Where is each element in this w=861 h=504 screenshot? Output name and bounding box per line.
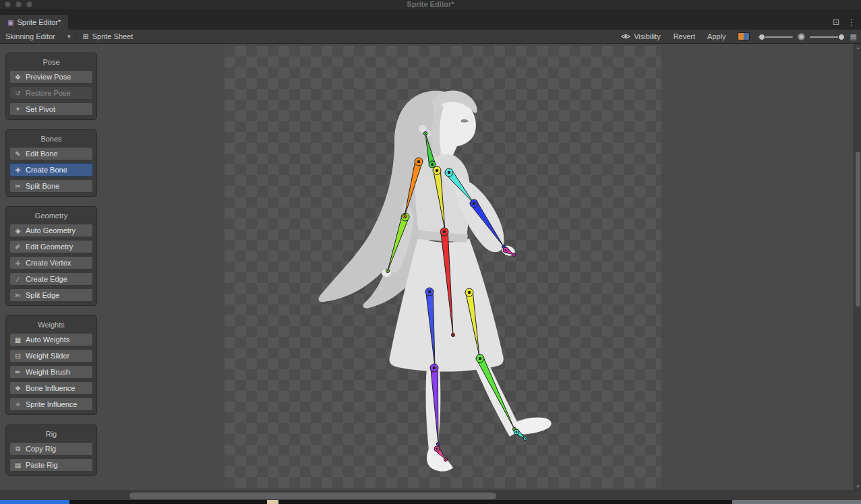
preview-pose-icon: ✥ [13, 73, 22, 81]
button-label: Create Vertex [26, 259, 71, 267]
horizontal-scrollbar-thumb[interactable] [129, 493, 496, 499]
weight-slider-icon: ⊟ [13, 352, 22, 360]
preview-pose-button[interactable]: ✥Preview Pose [9, 70, 93, 84]
panel-title: Bones [8, 132, 94, 147]
panel-pose: Pose✥Preview Pose↺Restore Pose⌖Set Pivot [5, 53, 97, 120]
panel-title: Geometry [8, 209, 94, 224]
desktop-strip-gray [732, 500, 861, 504]
color-channel-icon[interactable] [738, 32, 750, 40]
eye-icon [621, 33, 630, 40]
canvas-viewport[interactable]: Pose✥Preview Pose↺Restore Pose⌖Set Pivot… [0, 44, 861, 491]
panel-title: Pose [8, 55, 94, 70]
sprite-texture-bounds [225, 46, 661, 488]
mode-dropdown-label: Skinning Editor [5, 32, 55, 40]
weight-brush-button[interactable]: ✏Weight Brush [9, 365, 93, 379]
button-label: Split Edge [26, 291, 59, 299]
desktop-strip-tan [267, 500, 278, 504]
horizontal-scrollbar[interactable] [0, 491, 861, 500]
panel-rig: Rig⧉Copy Rig▤Paste Rig [5, 424, 97, 476]
auto-geometry-button[interactable]: ◈Auto Geometry [9, 224, 93, 237]
kebab-menu-icon[interactable]: ⋮ [848, 18, 856, 27]
button-label: Create Edge [26, 275, 67, 283]
auto-weights-button[interactable]: ▦Auto Weights [9, 333, 93, 346]
button-label: Create Bone [26, 166, 67, 174]
window-title: Sprite Editor* [0, 0, 861, 9]
button-label: Copy Rig [26, 445, 56, 453]
tab-bar: ▣ Sprite Editor* ⊡ ⋮ [0, 9, 861, 30]
visibility-label: Visibility [634, 32, 661, 40]
button-label: Auto Geometry [26, 226, 76, 234]
zoom-slider[interactable] [810, 30, 845, 44]
titlebar: Sprite Editor* [0, 0, 861, 9]
panel-weights: Weights▦Auto Weights⊟Weight Slider✏Weigh… [5, 315, 97, 415]
edit-bone-icon: ✎ [13, 150, 22, 158]
create-edge-icon: ∕ [13, 276, 22, 283]
button-label: Preview Pose [26, 73, 71, 81]
zoom-slider-knob[interactable] [838, 34, 845, 40]
desktop-strip [0, 500, 861, 504]
dock-layout-icon[interactable]: ⊡ [833, 18, 839, 27]
auto-geometry-icon: ◈ [13, 227, 22, 234]
button-label: Restore Pose [26, 89, 71, 97]
edit-bone-button[interactable]: ✎Edit Bone [9, 147, 93, 160]
button-label: Set Pivot [26, 105, 55, 113]
button-label: Auto Weights [26, 336, 69, 344]
sprite-sheet-label: Sprite Sheet [92, 32, 133, 40]
copy-rig-button[interactable]: ⧉Copy Rig [9, 442, 93, 455]
desktop-strip-blue [0, 500, 69, 504]
brightness-slider[interactable] [758, 30, 793, 44]
panel-bones: Bones✎Edit Bone✚Create Bone✂Split Bone [5, 129, 97, 197]
visibility-button[interactable]: Visibility [614, 30, 667, 43]
chevron-down-icon: ▾ [67, 33, 71, 40]
set-pivot-button[interactable]: ⌖Set Pivot [9, 102, 93, 116]
sprite-influence-button[interactable]: ✧Sprite Influence [9, 398, 93, 411]
button-label: Edit Geometry [26, 243, 73, 251]
button-label: Weight Brush [26, 368, 70, 376]
panel-title: Rig [8, 427, 94, 442]
weight-brush-icon: ✏ [13, 369, 22, 376]
button-label: Weight Slider [26, 352, 69, 360]
paste-rig-button[interactable]: ▤Paste Rig [9, 458, 93, 472]
bone-influence-icon: ❖ [13, 385, 22, 392]
weight-slider-button[interactable]: ⊟Weight Slider [9, 349, 93, 363]
vertical-scrollbar[interactable]: ▲ ▼ [854, 44, 861, 491]
create-vertex-icon: ✛ [13, 259, 22, 267]
button-label: Bone Influence [26, 384, 75, 392]
create-edge-button[interactable]: ∕Create Edge [9, 272, 93, 286]
sprite-sheet-icon: ⊞ [83, 32, 89, 41]
tab-label: Sprite Editor* [17, 18, 61, 26]
apply-button[interactable]: Apply [701, 30, 732, 43]
set-pivot-icon: ⌖ [13, 105, 22, 113]
button-label: Sprite Influence [26, 400, 77, 408]
auto-weights-icon: ▦ [13, 336, 22, 344]
tab-sprite-editor[interactable]: ▣ Sprite Editor* [0, 15, 68, 30]
editor-mode-dropdown[interactable]: Skinning Editor ▾ [0, 30, 76, 43]
button-label: Paste Rig [26, 461, 58, 469]
sprite-sheet-button[interactable]: ⊞ Sprite Sheet [76, 30, 140, 43]
split-edge-button[interactable]: ✄Split Edge [9, 288, 93, 302]
scroll-down-icon[interactable]: ▼ [854, 484, 861, 489]
grid-icon: ▦ [850, 32, 857, 41]
create-bone-icon: ✚ [13, 166, 22, 174]
restore-pose-icon: ↺ [13, 90, 22, 97]
paste-rig-icon: ▤ [13, 462, 22, 469]
vertical-scrollbar-thumb[interactable] [856, 152, 860, 307]
panel-title: Weights [8, 318, 94, 333]
sidebar: Pose✥Preview Pose↺Restore Pose⌖Set Pivot… [5, 53, 97, 476]
edit-geometry-icon: ✐ [13, 243, 22, 251]
bone-influence-button[interactable]: ❖Bone Influence [9, 381, 93, 395]
edit-geometry-button[interactable]: ✐Edit Geometry [9, 240, 93, 253]
create-bone-button[interactable]: ✚Create Bone [9, 163, 93, 177]
revert-button[interactable]: Revert [667, 30, 701, 43]
restore-pose-button[interactable]: ↺Restore Pose [9, 86, 93, 100]
brightness-slider-knob[interactable] [759, 34, 765, 40]
create-vertex-button[interactable]: ✛Create Vertex [9, 256, 93, 270]
split-edge-icon: ✄ [13, 292, 22, 299]
sprite-editor-tab-icon: ▣ [7, 19, 13, 26]
scroll-up-icon[interactable]: ▲ [854, 46, 861, 50]
split-bone-icon: ✂ [13, 183, 22, 190]
copy-rig-icon: ⧉ [13, 445, 22, 453]
split-bone-button[interactable]: ✂Split Bone [9, 179, 93, 193]
sprite-influence-icon: ✧ [13, 401, 22, 408]
button-label: Split Bone [26, 182, 59, 190]
